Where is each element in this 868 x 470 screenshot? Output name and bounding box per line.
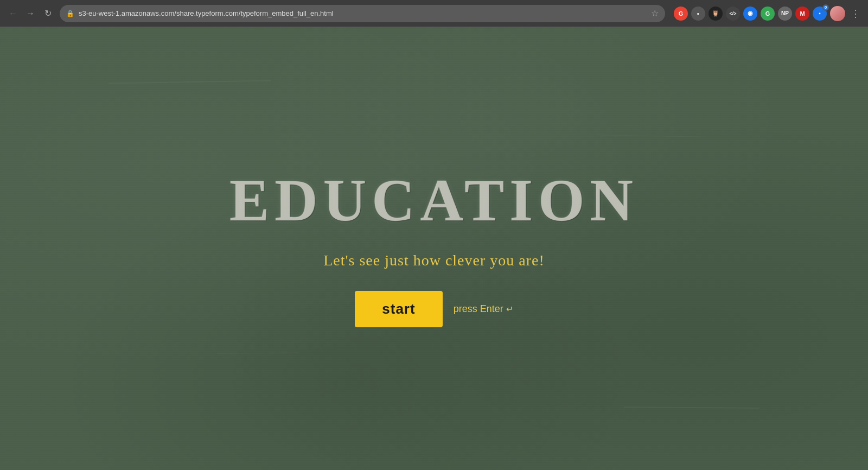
nav-buttons: ← → ↻ (5, 6, 55, 21)
lock-icon: 🔒 (66, 10, 74, 17)
forward-button[interactable]: → (23, 6, 38, 21)
toolbar-icon-extension[interactable]: ▪ 0 (813, 7, 827, 21)
toolbar-icon-puzzle[interactable]: ▪ (691, 7, 705, 21)
toolbar-icon-circle-blue[interactable]: ◉ (743, 7, 757, 21)
toolbar-icon-g[interactable]: G (674, 7, 688, 21)
toolbar-icon-circle-green[interactable]: G (761, 7, 775, 21)
page-title: EDUCATION (229, 170, 639, 230)
title-wrapper: EDUCATION (229, 170, 639, 230)
toolbar-icons: G ▪ 🦉 </> ◉ G NP M ▪ 0 ⋮ (674, 6, 863, 21)
enter-icon: ↵ (506, 304, 513, 314)
press-enter-text: press Enter (454, 303, 503, 315)
toolbar-icon-dev[interactable]: </> (726, 7, 740, 21)
toolbar-icon-mail[interactable]: M (795, 7, 809, 21)
start-button[interactable]: start (355, 291, 442, 327)
bookmark-star-icon[interactable]: ☆ (651, 8, 659, 18)
page-subtitle: Let's see just how clever you are! (323, 252, 545, 269)
toolbar-icon-np[interactable]: NP (778, 7, 792, 21)
press-enter-hint: press Enter ↵ (454, 303, 513, 315)
back-button[interactable]: ← (5, 6, 21, 21)
chalkboard-background: EDUCATION Let's see just how clever you … (0, 27, 868, 470)
action-row: start press Enter ↵ (355, 291, 513, 327)
content-center: EDUCATION Let's see just how clever you … (229, 170, 639, 327)
toolbar-icon-owl[interactable]: 🦉 (709, 7, 723, 21)
reload-button[interactable]: ↻ (40, 6, 55, 21)
more-options-button[interactable]: ⋮ (848, 8, 863, 20)
address-bar-container[interactable]: 🔒 ☆ (60, 5, 665, 22)
browser-chrome: ← → ↻ 🔒 ☆ G ▪ 🦉 </> ◉ G NP M ▪ 0 ⋮ (0, 0, 868, 27)
address-input[interactable] (79, 9, 647, 17)
user-avatar[interactable] (830, 6, 845, 21)
